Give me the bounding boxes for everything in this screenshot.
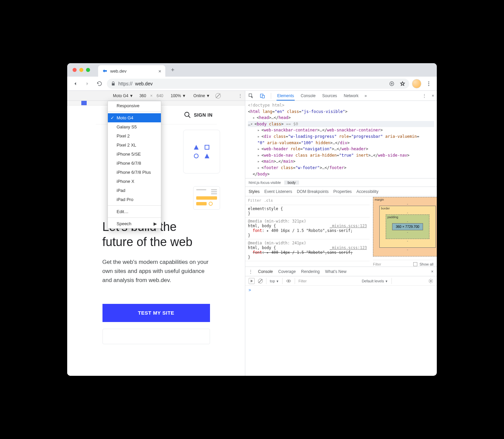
maximize-window-button[interactable] [86,68,90,72]
cta-button[interactable]: TEST MY SITE [102,304,210,322]
chevron-down-icon: ▼ [129,93,133,98]
drawer-tab-rendering[interactable]: Rendering [301,269,320,274]
triangle-icon [194,145,199,150]
execution-context-select[interactable]: top ▼ [270,279,279,283]
device-height-input[interactable]: 640 [157,93,163,98]
address-bar[interactable]: https://web.dev [107,79,409,89]
close-drawer-icon[interactable]: × [431,269,433,274]
drawer-tabs: ⋮ Console Coverage Rendering What's New … [245,267,437,276]
tab-title: web.dev [110,69,126,74]
dom-breadcrumbs: html.js-focus-visible body [245,178,437,187]
rule-block[interactable]: @media (min-width: 321px) html, body {_m… [245,217,370,239]
new-tab-button[interactable]: + [168,65,177,75]
live-expression-icon[interactable] [286,278,291,284]
profile-avatar[interactable] [412,79,421,88]
clear-console-icon[interactable] [258,279,263,283]
subtab-dom-breakpoints[interactable]: DOM Breakpoints [297,189,329,194]
computed-filter-row: Filter Show all [373,260,433,266]
reload-button[interactable] [95,79,104,88]
device-toolbar: Moto G4 ▼ 360 × 640 100% ▼ Online ▼ [67,91,245,101]
add-page-icon[interactable] [389,81,394,86]
dom-node[interactable]: ▸<main>…</main> [248,158,434,165]
console-sidebar-icon[interactable] [249,278,255,284]
device-menu-item[interactable]: iPhone 5/SE [108,150,161,159]
url-input[interactable] [102,329,210,344]
source-link[interactable]: _mixins.scss:123 [330,245,367,250]
subtab-accessibility[interactable]: Accessibility [356,189,378,194]
device-menu-item[interactable]: iPhone 6/7/8 [108,159,161,168]
device-menu-edit[interactable]: Edit… [108,207,161,216]
tab-network[interactable]: Network [343,91,359,101]
forward-button[interactable] [83,79,92,88]
device-menu-item[interactable]: iPad Pro [108,195,161,204]
device-menu-item[interactable]: Pixel 2 XL [108,141,161,150]
sign-in-button[interactable]: SIGN IN [184,111,213,119]
drawer-tab-console[interactable]: Console [258,269,273,274]
back-button[interactable] [71,79,80,88]
device-menu-item[interactable]: Pixel 2 [108,131,161,141]
dom-node[interactable]: ▸<head>…</head> [248,115,434,121]
square-icon [205,145,209,150]
device-menu-item[interactable]: iPhone X [108,177,161,186]
close-tab-icon[interactable]: × [158,68,161,74]
svg-point-10 [430,280,431,282]
styles-subtabs: Styles Event Listeners DOM Breakpoints P… [245,187,437,196]
bookmark-icon[interactable] [400,81,405,86]
inspect-element-icon[interactable] [248,93,254,99]
device-menu-item[interactable]: iPad [108,186,161,195]
breadcrumb-item[interactable]: html.js-focus-visible [245,181,284,185]
close-window-button[interactable] [73,68,77,72]
device-menu-item[interactable]: Moto G4 [108,113,161,122]
subtab-event-listeners[interactable]: Event Listeners [264,189,292,194]
console-settings-icon[interactable] [428,278,433,284]
tab-elements[interactable]: Elements [277,91,295,101]
svg-rect-7 [262,95,264,98]
zoom-select[interactable]: 100% ▼ [169,93,188,99]
source-link[interactable]: _mixins.scss:123 [330,224,367,228]
dom-node-selected[interactable]: …▾<body class> == $0 [248,121,434,127]
dom-node[interactable]: ▸<web-header role="navigation">…</web-he… [248,146,434,152]
drawer-menu-icon[interactable]: ⋮ [249,269,253,274]
device-toolbar-menu-icon[interactable]: ⋮ [238,93,242,98]
dom-node[interactable]: ▸<web-side-nav class aria-hidden="true" … [248,152,434,159]
console-body[interactable]: > [245,286,437,376]
styles-filter-input[interactable]: Filter [248,198,261,203]
box-model-widget[interactable]: margin - border - padding - 360 × 7729.7… [370,196,437,267]
device-menu-item[interactable]: iPhone 6/7/8 Plus [108,168,161,177]
dom-node[interactable]: ▸<web-snackbar-container>…</web-snackbar… [248,127,434,133]
drawer-tab-coverage[interactable]: Coverage [278,269,296,274]
device-menu-speech[interactable]: Speech▶ [108,219,161,228]
tab-console[interactable]: Console [300,91,316,101]
dom-tree[interactable]: <!doctype html> <html lang="en" class="j… [245,101,437,178]
device-menu-responsive[interactable]: Responsive [108,101,161,110]
rule-block[interactable]: @media (min-width: 241px) html, body {_m… [245,239,370,261]
dom-node[interactable]: ▸<div class="w-loading-progress" role="p… [248,133,434,140]
dom-node[interactable]: ▸<footer class="w-footer">…</footer> [248,165,434,171]
dom-node[interactable]: <html lang="en" class="js-focus-visible"… [248,109,434,115]
subtab-styles[interactable]: Styles [249,189,260,194]
browser-tab[interactable]: web.dev × [98,65,165,77]
device-width-input[interactable]: 360 [139,93,146,98]
close-devtools-icon[interactable]: × [432,93,434,98]
browser-menu-icon[interactable] [424,79,433,88]
cls-toggle[interactable]: .cls [264,198,367,203]
minimize-window-button[interactable] [79,68,83,72]
devtools-menu-icon[interactable]: ⋮ [422,93,426,98]
toggle-device-icon[interactable] [259,93,265,99]
log-levels-select[interactable]: Default levels ▼ [362,279,388,283]
show-all-checkbox[interactable] [413,262,417,266]
overflow-tabs-icon[interactable]: » [365,93,367,98]
svg-point-2 [428,83,429,84]
computed-filter-input[interactable]: Filter [373,262,411,266]
device-menu-item[interactable]: Galaxy S5 [108,122,161,131]
subtab-properties[interactable]: Properties [333,189,352,194]
device-select[interactable]: Moto G4 ▼ [111,93,135,99]
drawer-tab-whatsnew[interactable]: What's New [325,269,346,274]
rotate-icon[interactable] [215,93,221,98]
tab-sources[interactable]: Sources [322,91,338,101]
lock-icon [111,81,116,86]
throttling-select[interactable]: Online ▼ [192,93,212,99]
breadcrumb-item[interactable]: body [284,181,299,185]
console-filter-input[interactable]: Filter [298,279,325,283]
styles-rules: Filter :hov .cls + element.style { } @me… [245,196,370,267]
